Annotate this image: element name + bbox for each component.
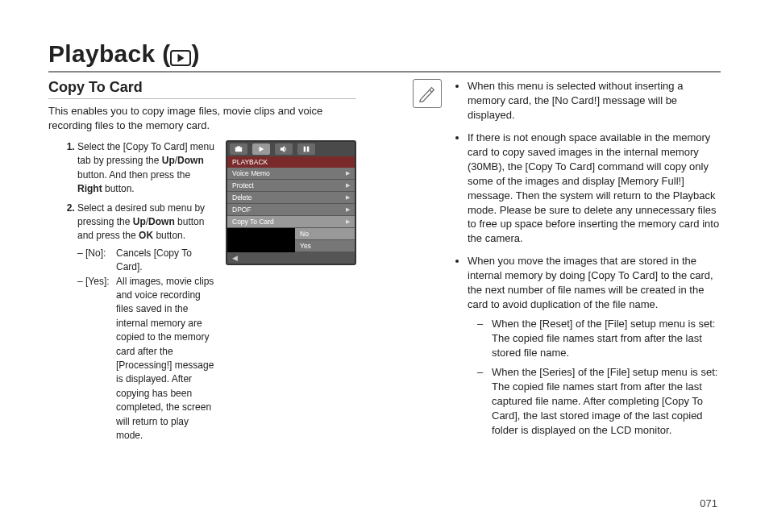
right-column: When this menu is selected without inser… bbox=[413, 79, 721, 447]
device-row-protect: Protect▶ bbox=[227, 180, 355, 192]
step-options: – [No]: Cancels [Copy To Card]. – [Yes]:… bbox=[77, 247, 214, 443]
page-title-row: Playback () bbox=[48, 40, 721, 73]
svg-rect-1 bbox=[235, 148, 242, 152]
left-column: Copy To Card This enables you to copy im… bbox=[48, 79, 356, 447]
device-sub-yes: Yes bbox=[295, 240, 355, 252]
device-screenshot: PLAYBACK Voice Memo▶ Protect▶ Delete▶ DP… bbox=[226, 140, 356, 265]
note-block: When this menu is selected without inser… bbox=[413, 79, 721, 446]
note-3-text: When you move the images that are stored… bbox=[468, 255, 713, 310]
page-number: 071 bbox=[700, 497, 717, 509]
page-title-text: Playback ( bbox=[48, 40, 170, 67]
play-tab-icon bbox=[252, 143, 270, 155]
page-title-close: ) bbox=[191, 40, 199, 67]
step-area: Select the [Copy To Card] menu tab by pr… bbox=[48, 140, 356, 447]
device-footer: ◀ bbox=[227, 252, 355, 264]
svg-marker-4 bbox=[281, 146, 285, 152]
svg-marker-0 bbox=[178, 54, 185, 63]
back-icon: ◀ bbox=[232, 254, 238, 262]
note-bullets: When this menu is selected without inser… bbox=[453, 79, 721, 446]
device-row-dpof: DPOF▶ bbox=[227, 204, 355, 216]
svg-marker-3 bbox=[260, 147, 264, 152]
device-row-delete: Delete▶ bbox=[227, 192, 355, 204]
steps: Select the [Copy To Card] menu tab by pr… bbox=[48, 140, 214, 447]
manual-page: Playback () Copy To Card This enables yo… bbox=[0, 0, 769, 532]
step-1: Select the [Copy To Card] menu tab by pr… bbox=[77, 140, 214, 197]
svg-rect-6 bbox=[307, 147, 310, 152]
sub-note-reset: –When the [Reset] of the [File] setup me… bbox=[477, 317, 721, 360]
playback-icon bbox=[170, 50, 191, 66]
sound-tab-icon bbox=[275, 143, 293, 155]
device-menu-header: PLAYBACK bbox=[227, 156, 355, 168]
svg-rect-2 bbox=[237, 146, 239, 148]
option-yes: – [Yes]: All images, movie clips and voi… bbox=[77, 275, 214, 443]
device-menu-list: Voice Memo▶ Protect▶ Delete▶ DPOF▶ Copy … bbox=[227, 168, 355, 228]
note-3: When you move the images that are stored… bbox=[468, 254, 721, 437]
note-1: When this menu is selected without inser… bbox=[468, 79, 721, 123]
device-row-voice-memo: Voice Memo▶ bbox=[227, 168, 355, 180]
section-intro: This enables you to copy image files, mo… bbox=[48, 104, 356, 132]
sub-notes: –When the [Reset] of the [File] setup me… bbox=[468, 317, 721, 438]
setup-tab-icon bbox=[297, 143, 315, 155]
device-tabs bbox=[227, 142, 355, 156]
note-2: If there is not enough space available i… bbox=[468, 131, 721, 247]
option-no: – [No]: Cancels [Copy To Card]. bbox=[77, 247, 214, 275]
sub-note-series: –When the [Series] of the [File] setup m… bbox=[477, 365, 721, 438]
columns: Copy To Card This enables you to copy im… bbox=[48, 79, 721, 447]
note-icon bbox=[413, 79, 442, 108]
step-2: Select a desired sub menu by pressing th… bbox=[77, 202, 214, 443]
device-sub-no: No bbox=[295, 228, 355, 240]
page-title: Playback () bbox=[48, 40, 200, 68]
device-submenu: No Yes bbox=[295, 228, 355, 252]
device-row-copy: Copy To Card▶ bbox=[227, 216, 355, 228]
svg-rect-5 bbox=[304, 147, 306, 152]
camera-icon bbox=[230, 143, 247, 155]
section-heading: Copy To Card bbox=[48, 79, 356, 99]
